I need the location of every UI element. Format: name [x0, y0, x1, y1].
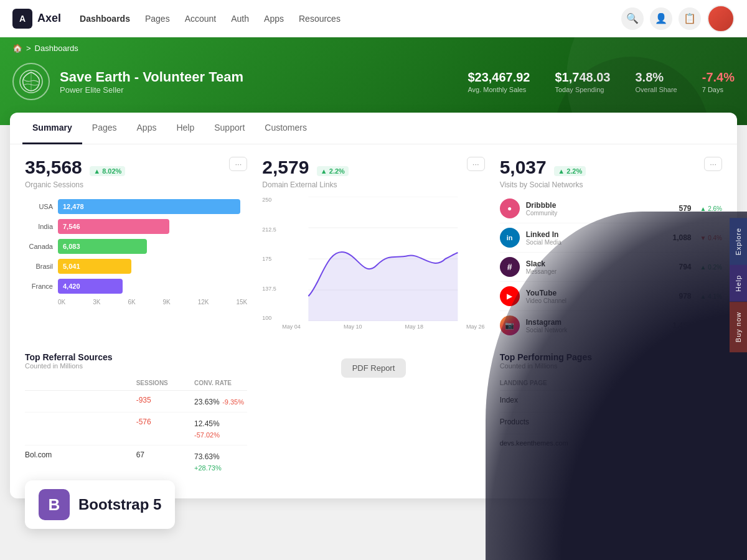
stats-row: 35,568 ▲ 8.02% ··· Organic Sessions USA … — [10, 144, 737, 340]
bootstrap-badge: B Bootstrap 5 — [25, 480, 175, 529]
referral-sources: Top Referral Sources Counted in Millions… — [25, 352, 247, 478]
bar-row-brasil: Brasil 5,041 — [25, 259, 247, 274]
social-item-slack: # Slack Messanger 794 ▲ 0.2% — [500, 253, 722, 282]
breadcrumb-current: Dashboards — [35, 44, 78, 53]
table-row: -576 12.45% -57.02% — [25, 413, 247, 446]
nav-apps[interactable]: Apps — [264, 14, 284, 24]
social-networks-card: 5,037 ▲ 2.2% ··· Visits by Social Networ… — [500, 157, 722, 340]
social-visits-more[interactable]: ··· — [704, 157, 722, 171]
top-pages: Top Performing Pages Counted in Millions… — [500, 352, 722, 478]
pdf-report-button[interactable]: PDF Report — [341, 358, 406, 378]
organic-sessions-label: Organic Sessions — [25, 180, 247, 189]
help-side-button[interactable]: Help — [730, 265, 747, 302]
organic-sessions-badge: ▲ 8.02% — [90, 166, 125, 176]
tab-customers[interactable]: Customers — [255, 113, 317, 144]
referral-title: Top Referral Sources — [25, 352, 113, 362]
domain-links-more[interactable]: ··· — [467, 157, 485, 171]
social-item-instagram: 📷 Instagram Social Network 1,458 ▲ 8.3% — [500, 311, 722, 340]
nav-account[interactable]: Account — [185, 14, 217, 24]
explore-button[interactable]: Explore — [730, 218, 747, 265]
bar-row-india: India 7,546 — [25, 219, 247, 234]
notifications-button[interactable]: 👤 — [650, 7, 672, 30]
buy-now-button[interactable]: Buy now — [730, 302, 747, 352]
organic-sessions-value: 35,568 — [25, 157, 82, 177]
referral-subtitle: Counted in Millions — [25, 362, 113, 370]
bar-row-canada: Canada 6,083 — [25, 239, 247, 254]
breadcrumb-separator: > — [26, 44, 31, 53]
social-visits-value: 5,037 — [500, 157, 547, 177]
bar-row-usa: USA 12,478 — [25, 199, 247, 214]
hero-title: Save Earth - Volunteer Team — [60, 69, 243, 85]
domain-links-badge: ▲ 2.2% — [317, 166, 349, 176]
breadcrumb-home-icon: 🏠 — [12, 44, 22, 53]
hero-content: Save Earth - Volunteer Team Power Elite … — [12, 63, 735, 100]
nav-links: Dashboards Pages Account Auth Apps Resou… — [80, 14, 621, 24]
bar-row-france: France 4,420 — [25, 279, 247, 294]
tabs-bar: Summary Pages Apps Help Support Customer… — [10, 113, 737, 144]
hero-text: Save Earth - Volunteer Team Power Elite … — [60, 69, 243, 95]
stat-overall-share: 3.8% Overall Share — [635, 70, 677, 93]
settings-button[interactable]: 📋 — [679, 7, 701, 30]
stat-7days: -7.4% 7 Days — [702, 70, 735, 93]
tab-support[interactable]: Support — [204, 113, 255, 144]
social-item-linkedin: in Linked In Social Media 1,088 ▼ 0.4% — [500, 223, 722, 253]
line-chart: 250 212.5 175 137.5 100 — [262, 197, 484, 330]
social-list: ● Dribbble Community 579 ▲ 2.6% in Linke… — [500, 194, 722, 340]
social-visits-badge: ▲ 2.2% — [554, 166, 586, 176]
breadcrumb: 🏠 > Dashboards — [12, 37, 735, 63]
tab-summary[interactable]: Summary — [22, 113, 82, 144]
stat-today-spending-value: $1,748.03 — [555, 70, 611, 85]
hero-logo — [12, 63, 50, 100]
navbar-brand: A Axel — [12, 9, 61, 29]
brand-name: Axel — [37, 12, 61, 25]
table-row: Bol.com 67 73.63% +28.73% — [25, 446, 247, 478]
tab-pages[interactable]: Pages — [82, 113, 127, 144]
tab-apps[interactable]: Apps — [127, 113, 167, 144]
bootstrap-icon: B — [39, 489, 70, 520]
social-item-youtube: ▶ YouTube Video Channel 978 ▲ 4.1% — [500, 282, 722, 311]
top-pages-subtitle: Counted in Millions — [500, 362, 592, 370]
top-pages-pdf-button[interactable]: PDF Report — [669, 352, 722, 367]
nav-auth[interactable]: Auth — [231, 14, 249, 24]
stat-overall-share-value: 3.8% — [635, 70, 677, 85]
stat-monthly-sales-value: $23,467.92 — [467, 70, 530, 85]
top-pages-row-index: Index 1,256 -935 2.63 -1.35 — [500, 391, 722, 413]
stat-today-spending: $1,748.03 Today Spending — [555, 70, 611, 93]
bar-chart: USA 12,478 India 7,546 Canada — [25, 199, 247, 306]
top-pages-title: Top Performing Pages — [500, 352, 592, 362]
brand-icon: A — [12, 9, 32, 29]
bootstrap-label: Bootstrap 5 — [78, 496, 161, 513]
hero-stats: $23,467.92 Avg. Monthly Sales $1,748.03 … — [467, 70, 735, 93]
nav-resources[interactable]: Resources — [299, 14, 341, 24]
table-row: -935 23.63% -9.35% — [25, 391, 247, 413]
domain-links-label: Domain External Links — [262, 180, 484, 189]
nav-dashboards[interactable]: Dashboards — [80, 14, 130, 24]
top-pages-row-devs: devs.keenthemes.com 67 +24 7.63 +8.73 — [500, 434, 722, 455]
main-card: Summary Pages Apps Help Support Customer… — [10, 113, 737, 498]
stat-7days-label: 7 Days — [702, 86, 735, 93]
stat-7days-value: -7.4% — [702, 70, 735, 85]
stat-monthly-sales: $23,467.92 Avg. Monthly Sales — [467, 70, 530, 93]
side-buttons: Explore Help Buy now — [730, 218, 747, 352]
nav-right: 🔍 👤 📋 — [621, 5, 735, 32]
domain-links-value: 2,579 — [262, 157, 309, 177]
organic-sessions-card: 35,568 ▲ 8.02% ··· Organic Sessions USA … — [25, 157, 247, 340]
bottom-row: Top Referral Sources Counted in Millions… — [10, 340, 737, 490]
tab-help[interactable]: Help — [166, 113, 204, 144]
navbar: A Axel Dashboards Pages Account Auth App… — [0, 0, 747, 37]
social-item-dribbble: ● Dribbble Community 579 ▲ 2.6% — [500, 194, 722, 223]
hero-subtitle: Power Elite Seller — [60, 85, 243, 95]
social-visits-label: Visits by Social Networks — [500, 180, 722, 189]
stat-monthly-sales-label: Avg. Monthly Sales — [467, 86, 530, 93]
pdf-report-area: PDF Report — [262, 352, 484, 478]
avatar[interactable] — [707, 5, 735, 32]
bar-axis: 0K 3K 6K 9K 12K 15K — [25, 299, 247, 306]
search-button[interactable]: 🔍 — [621, 7, 644, 30]
hero-section: 🏠 > Dashboards Save Earth - Volunteer Te… — [0, 37, 747, 125]
top-pages-row-products: Products 446 -576 1.45 0.32 — [500, 413, 722, 434]
stat-today-spending-label: Today Spending — [555, 86, 611, 93]
stat-overall-share-label: Overall Share — [635, 86, 677, 93]
domain-links-card: 2,579 ▲ 2.2% ··· Domain External Links 2… — [262, 157, 484, 340]
nav-pages[interactable]: Pages — [145, 14, 170, 24]
organic-sessions-more[interactable]: ··· — [229, 157, 247, 171]
